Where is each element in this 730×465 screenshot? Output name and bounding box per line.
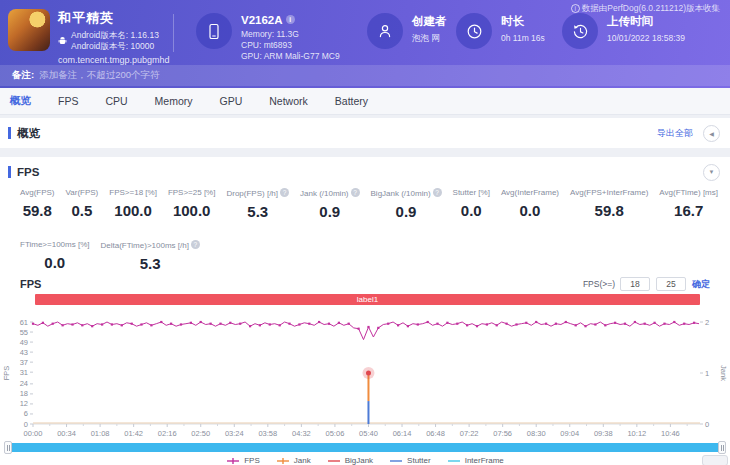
header: i数据由PerfDog(6.0.211212)版本收集 和平精英 Android…	[0, 0, 730, 88]
device-model: V2162A	[241, 14, 283, 26]
creator-value: 泡泡 网	[412, 33, 447, 45]
creator-block: 创建者 泡泡 网	[367, 13, 447, 49]
legend-item-interframe[interactable]: InterFrame	[447, 456, 504, 465]
overview-title: 概览	[17, 126, 40, 141]
help-icon[interactable]: ?	[351, 188, 360, 197]
stat-drop-fps-h-: Drop(FPS) [/h]? 5.3	[226, 188, 289, 220]
legend-item-jank[interactable]: Jank	[276, 456, 311, 465]
svg-text:12: 12	[20, 399, 28, 408]
collapse-down-icon[interactable]: ▼	[703, 164, 720, 181]
creator-label: 创建者	[412, 14, 447, 29]
svg-text:0: 0	[24, 420, 28, 429]
chart-range-scrollbar[interactable]	[8, 443, 722, 452]
device-block: V2162Ai Memory: 11.3G CPU: mt6893 GPU: A…	[196, 13, 340, 62]
svg-text:07:56: 07:56	[493, 429, 512, 438]
help-icon[interactable]: ?	[433, 188, 442, 197]
corner-button[interactable]	[702, 455, 728, 465]
label1-band[interactable]: label1	[35, 294, 700, 305]
tab-CPU[interactable]: CPU	[105, 95, 144, 107]
stat-ftime-100ms-: FTime>=100ms [%] 0.0	[20, 240, 90, 272]
stat-fps-25-: FPS>=25 [%] 100.0	[168, 188, 216, 220]
clock-icon	[456, 13, 492, 49]
help-icon[interactable]: ?	[280, 188, 289, 197]
svg-text:43: 43	[20, 348, 28, 357]
range-handle-left[interactable]	[4, 441, 12, 454]
stat-fps-18-: FPS>=18 [%] 100.0	[109, 188, 157, 220]
legend-marker-icon	[276, 457, 290, 465]
device-gpu: GPU: ARM Mali-G77 MC9	[241, 51, 340, 61]
stat-avg-ftime-ms-: Avg(FTime) [ms] 16.7	[659, 188, 718, 220]
help-icon[interactable]: ?	[191, 240, 200, 249]
svg-text:10:46: 10:46	[661, 429, 680, 438]
duration-block: 时长 0h 11m 16s	[456, 13, 545, 49]
legend-item-stutter[interactable]: Stutter	[389, 456, 431, 465]
svg-text:04:32: 04:32	[292, 429, 311, 438]
stat-var-fps-: Var(FPS) 0.5	[66, 188, 99, 220]
stat-jank-10min-: Jank (/10min)? 0.9	[300, 188, 359, 220]
upload-block: 上传时间 10/01/2022 18:58:39	[562, 13, 685, 49]
header-divider	[173, 14, 174, 52]
fps-threshold-input-2[interactable]	[656, 277, 686, 291]
upload-value: 10/01/2022 18:58:39	[607, 33, 685, 43]
range-handle-right[interactable]	[718, 441, 726, 454]
tab-Network[interactable]: Network	[269, 95, 325, 107]
user-icon	[367, 13, 403, 49]
confirm-button[interactable]: 确定	[692, 278, 710, 291]
duration-label: 时长	[501, 14, 545, 29]
android-version-code: Android版本号: 10000	[71, 41, 154, 51]
app-package: com.tencent.tmgp.pubgmhd	[58, 55, 170, 65]
svg-text:02:50: 02:50	[191, 429, 210, 438]
fps-threshold-input-1[interactable]	[620, 277, 650, 291]
note-input[interactable]: 备注: 添加备注，不超过200个字符	[0, 65, 730, 86]
tab-GPU[interactable]: GPU	[220, 95, 260, 107]
svg-text:03:24: 03:24	[225, 429, 244, 438]
svg-text:24: 24	[20, 379, 28, 388]
svg-text:49: 49	[20, 338, 28, 347]
fps-card: FPS ▼ Avg(FPS) 59.8 Var(FPS) 0.5 FPS>=18…	[0, 157, 730, 465]
stat-bigjank-10min-: BigJank (/10min)? 0.9	[371, 188, 442, 220]
upload-label: 上传时间	[607, 14, 685, 29]
svg-text:00:00: 00:00	[24, 429, 43, 438]
legend-item-bigjank[interactable]: BigJank	[327, 456, 373, 465]
svg-text:55: 55	[20, 328, 28, 337]
upload-history-icon	[562, 13, 598, 49]
export-all-link[interactable]: 导出全部	[657, 127, 693, 140]
legend-marker-icon	[389, 457, 403, 465]
svg-text:05:06: 05:06	[326, 429, 345, 438]
tab-Battery[interactable]: Battery	[335, 95, 385, 107]
legend-marker-icon	[226, 457, 240, 465]
tab-FPS[interactable]: FPS	[58, 95, 95, 107]
svg-text:61: 61	[20, 318, 28, 327]
svg-text:18: 18	[20, 389, 28, 398]
legend-item-fps[interactable]: FPS	[226, 456, 260, 465]
collapse-left-icon[interactable]: ◀	[703, 125, 720, 142]
device-cpu: CPU: mt6893	[241, 40, 292, 50]
stat-delta-ftime-100ms-h-: Delta(FTime)>100ms [/h]? 5.3	[101, 240, 200, 272]
svg-text:01:08: 01:08	[91, 429, 110, 438]
phone-icon	[196, 13, 232, 49]
svg-text:08:30: 08:30	[527, 429, 546, 438]
app-icon	[8, 9, 50, 51]
section-accent	[8, 166, 11, 178]
svg-text:09:38: 09:38	[594, 429, 613, 438]
svg-text:10:12: 10:12	[627, 429, 646, 438]
svg-text:6: 6	[24, 409, 28, 418]
fps-stats-row-1: Avg(FPS) 59.8 Var(FPS) 0.5 FPS>=18 [%] 1…	[20, 188, 718, 220]
duration-value: 0h 11m 16s	[501, 33, 545, 43]
note-placeholder: 添加备注，不超过200个字符	[39, 69, 159, 82]
app-block: 和平精英 Android版本名: 1.16.13 Android版本号: 100…	[8, 9, 170, 65]
device-info-icon[interactable]: i	[286, 15, 295, 24]
svg-text:00:34: 00:34	[57, 429, 76, 438]
svg-text:01:42: 01:42	[124, 429, 143, 438]
tab-bar: 概览FPSCPUMemoryGPUNetworkBattery	[0, 88, 730, 115]
spacer	[0, 148, 730, 157]
fps-line-chart[interactable]: 00:0000:3401:0801:4202:1602:5003:2403:58…	[0, 307, 730, 443]
svg-text:Jank: Jank	[719, 365, 728, 381]
tab-概览[interactable]: 概览	[10, 94, 48, 108]
stat-avg-fps-interframe-: Avg(FPS+InterFrame) 59.8	[570, 188, 648, 220]
tab-Memory[interactable]: Memory	[155, 95, 210, 107]
overview-card: 概览 导出全部 ◀	[0, 118, 730, 148]
svg-text:2: 2	[705, 318, 709, 327]
svg-text:06:14: 06:14	[393, 429, 412, 438]
perfdog-report-page: i数据由PerfDog(6.0.211212)版本收集 和平精英 Android…	[0, 0, 730, 465]
